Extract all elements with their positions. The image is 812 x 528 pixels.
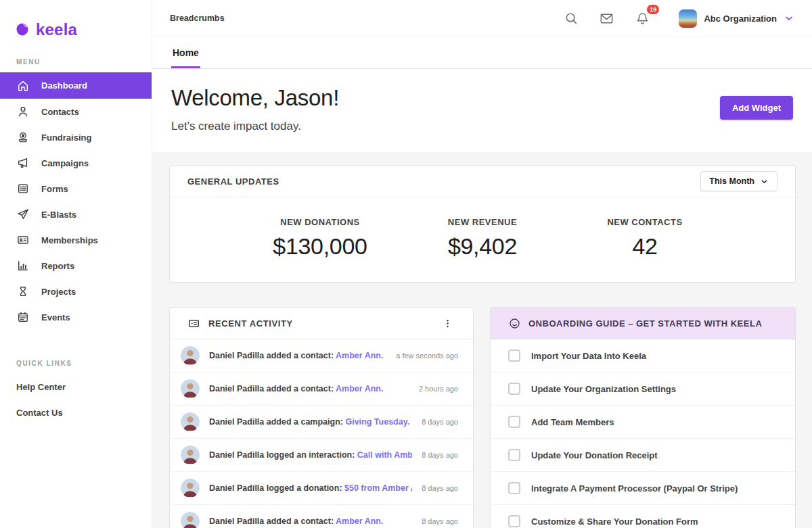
checklist-item-label: Update Your Organization Settings [531,384,676,394]
home-icon [16,79,30,93]
stat-value: $9,402 [401,233,564,260]
org-avatar [679,9,697,28]
sidebar-item[interactable]: Reports [0,253,152,279]
sidebar-item[interactable]: Projects [0,279,152,304]
checkbox[interactable] [508,383,520,395]
kebab-menu-icon[interactable] [440,315,455,332]
activity-timestamp: 8 days ago [422,418,458,426]
onboarding-header: ONBOARDING GUIDE – GET STARTED WITH KEEL… [491,308,795,339]
sidebar-item-label: Memberships [41,235,98,245]
user-avatar [181,346,200,365]
checkbox[interactable] [508,482,520,494]
quick-links: Help Center Contact Us [0,374,152,425]
tabbar: Home [152,37,812,69]
activity-link[interactable]: Amber Ann. [336,384,383,393]
org-name: Abc Organization [704,14,777,24]
quick-link[interactable]: Contact Us [0,400,152,425]
sidebar-item-label: Forms [41,184,68,194]
stat-label: NEW REVENUE [401,217,564,227]
user-avatar [181,512,200,528]
activity-link[interactable]: Amber Ann. [336,351,383,360]
menu-section-label: MENU [16,58,152,66]
stat-block: NEW REVENUE $9,402 [401,217,564,260]
activity-text: Daniel Padilla logged an interaction: Ca… [209,450,412,460]
checklist-item: Customize & Share Your Donation Form [491,505,795,528]
org-selector[interactable]: Abc Organization [679,9,794,28]
dashboard-content: GENERAL UPDATES This Month NEW DONATIONS… [152,152,812,528]
search-icon[interactable] [562,9,580,27]
membership-card-icon [16,233,30,247]
user-avatar [181,412,200,431]
general-updates-card: GENERAL UPDATES This Month NEW DONATIONS… [169,165,796,283]
activity-text: Daniel Padilla added a contact: Amber An… [209,351,386,360]
checkbox[interactable] [508,350,520,362]
general-updates-title: GENERAL UPDATES [187,176,279,187]
sidebar-item[interactable]: Events [0,304,152,330]
mail-icon[interactable] [597,9,616,28]
stat-label: NEW DONATIONS [239,217,401,227]
sidebar-item[interactable]: Memberships [0,227,152,253]
onboarding-guide-card: ONBOARDING GUIDE – GET STARTED WITH KEEL… [490,307,796,528]
activity-row: Daniel Padilla logged an interaction: Ca… [170,439,473,472]
sidebar-item-label: Contacts [41,107,79,117]
bell-icon[interactable]: 19 [633,9,652,28]
activity-text: Daniel Padilla added a contact: Amber An… [209,384,409,393]
tab-home[interactable]: Home [171,37,200,68]
activity-row: Daniel Padilla added a contact: Amber An… [170,373,473,406]
period-dropdown[interactable]: This Month [700,171,777,191]
sidebar-item-label: E-Blasts [41,210,76,220]
sidebar-item[interactable]: Forms [0,176,152,201]
activity-text: Daniel Padilla logged a donation: $50 fr… [209,483,412,493]
activity-row: Daniel Padilla added a contact: Amber An… [170,505,473,528]
stat-value: $130,000 [239,233,401,260]
activity-timestamp: 8 days ago [422,451,458,459]
breadcrumb: Breadcrumbs [170,14,225,23]
activity-link[interactable]: $50 from Amber Ann. [344,483,412,493]
add-widget-button[interactable]: Add Widget [720,96,793,120]
stat-block: NEW CONTACTS 42 [564,217,726,260]
sidebar-item[interactable]: E-Blasts [0,201,152,227]
checklist-item-label: Add Team Members [531,417,614,427]
activity-timestamp: 8 days ago [422,517,458,525]
user-avatar [181,479,200,498]
sidebar-item[interactable]: Campaigns [0,150,152,176]
sidebar-item[interactable]: Fundraising [0,124,152,150]
quick-link[interactable]: Help Center [0,374,152,400]
recent-activity-card: RECENT ACTIVITY [169,307,474,528]
widgets-row: RECENT ACTIVITY [169,307,796,528]
sidebar-item-label: Events [41,312,70,322]
activity-text: Daniel Padilla added a campaign: Giving … [209,417,412,427]
main-area: Breadcrumbs 19 Abc Orga [152,0,812,528]
activity-row: Daniel Padilla added a campaign: Giving … [170,406,473,439]
activity-timestamp: 2 hours ago [419,385,458,393]
general-updates-header: GENERAL UPDATES This Month [170,166,795,197]
stat-value: 42 [564,233,726,260]
checklist-item: Import Your Data Into Keela [491,339,795,373]
checklist-item: Integrate A Payment Processor (Paypal Or… [491,472,795,505]
checkbox[interactable] [508,515,520,527]
activity-timestamp: a few seconds ago [396,352,458,360]
quick-link-label: Help Center [16,382,66,392]
activity-link[interactable]: Call with Amber. [357,450,412,460]
checkbox[interactable] [508,416,520,428]
checkbox[interactable] [508,449,520,461]
welcome-subtitle: Let's create impact today. [171,120,339,133]
sidebar-item-label: Fundraising [41,133,91,143]
bar-chart-icon [16,259,30,272]
activity-link[interactable]: Giving Tuesday. [345,417,409,427]
quick-links-section-label: QUICK LINKS [16,360,152,367]
checklist-item-label: Import Your Data Into Keela [531,351,646,361]
recent-activity-header: RECENT ACTIVITY [170,308,473,339]
megaphone-icon [16,156,30,170]
sidebar-item-label: Projects [41,287,76,297]
activity-card-icon [187,317,200,330]
sidebar-item[interactable]: Dashboard [0,72,152,99]
activity-list: Daniel Padilla added a contact: Amber An… [170,339,473,528]
topbar-actions: 19 Abc Organization [562,9,794,28]
checklist-item-label: Customize & Share Your Donation Form [531,517,698,527]
keela-logo[interactable]: keela [0,0,152,42]
sidebar-item[interactable]: Contacts [0,99,152,124]
period-label: This Month [709,176,754,186]
activity-link[interactable]: Amber Ann. [336,517,383,526]
activity-row: Daniel Padilla logged a donation: $50 fr… [170,472,473,505]
